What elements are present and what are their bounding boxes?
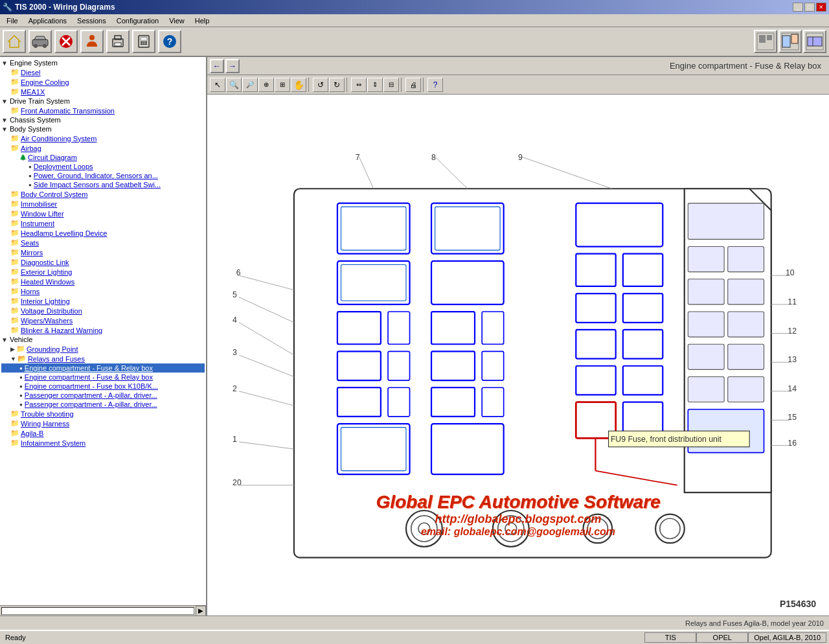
tree-item[interactable]: 📁Body Control System xyxy=(1,189,205,199)
toolbar-home-icon[interactable] xyxy=(3,30,26,53)
tree-item[interactable]: 📁Window Lifter xyxy=(1,209,205,218)
tree-item[interactable]: 📁Exterior Lighting xyxy=(1,267,205,277)
tree-item[interactable]: 📁Voltage Distribution xyxy=(1,306,205,316)
window-title: 🔧 TIS 2000 - Wiring Diagrams xyxy=(3,3,115,12)
tree-item[interactable]: ▼📂Relays and Fuses xyxy=(1,354,205,363)
nav-forward-button[interactable]: → xyxy=(225,59,240,73)
tree-item[interactable]: ▼Drive Train System xyxy=(1,97,205,106)
tree-item[interactable]: 📁Trouble shooting xyxy=(1,409,205,419)
status-tis: TIS xyxy=(644,632,696,643)
tree-item[interactable]: 📁Front Automatic Transmission xyxy=(1,106,205,115)
tree-item[interactable]: 📁Immobiliser xyxy=(1,199,205,209)
tool-pan[interactable]: ✋ xyxy=(291,78,306,92)
tool-zoom-out-rect[interactable]: 🔎 xyxy=(242,78,258,92)
tree-item[interactable]: 🌲Circuit Diagram xyxy=(1,153,205,162)
close-button[interactable]: ✕ xyxy=(816,3,826,12)
tree-item[interactable]: 📁Headlamp Levelling Device xyxy=(1,228,205,238)
toolbar-help-icon[interactable]: ? xyxy=(158,30,181,53)
tree-item[interactable]: 📁Infotainment System xyxy=(1,438,205,448)
tree-item[interactable]: ▼Vehicle xyxy=(1,335,205,344)
tree-item[interactable]: 📁Agila-B xyxy=(1,428,205,438)
tree-item[interactable]: ●Passenger compartment - A-pillar, drive… xyxy=(1,400,205,409)
svg-text:4: 4 xyxy=(233,316,237,325)
tree-item[interactable]: 📁MEA1X xyxy=(1,87,205,97)
toolbar-person-icon[interactable] xyxy=(80,30,104,53)
toolbar-calc-icon[interactable] xyxy=(132,30,155,53)
diagram-area[interactable]: 6 5 4 3 2 1 20 7 8 9 10 11 12 13 14 15 1… xyxy=(207,95,829,615)
svg-line-108 xyxy=(239,323,294,355)
tree-item[interactable]: ▼Body System xyxy=(1,124,205,133)
tree-item[interactable]: ●Deployment Loops xyxy=(1,162,205,171)
menu-file[interactable]: File xyxy=(3,16,22,26)
svg-rect-86 xyxy=(728,247,764,272)
tree-item[interactable]: 📁Mirrors xyxy=(1,247,205,257)
tree-item[interactable]: 📁Instrument xyxy=(1,218,205,228)
toolbar-right-btn1[interactable] xyxy=(754,30,777,53)
maximize-button[interactable]: □ xyxy=(804,3,815,12)
tree-item[interactable]: 📁Seats xyxy=(1,238,205,247)
toolbar-car-icon[interactable] xyxy=(28,30,52,53)
tree-item[interactable]: 📁Heated Windows xyxy=(1,277,205,286)
toolbar-left: ? xyxy=(3,30,181,53)
svg-text:16: 16 xyxy=(788,439,797,448)
nav-back-button[interactable]: ← xyxy=(210,59,224,73)
tool-help2[interactable]: ? xyxy=(427,78,443,92)
tree-item[interactable]: 📁Blinker & Hazard Warning xyxy=(1,325,205,335)
menu-applications[interactable]: Applications xyxy=(25,16,71,26)
menu-help[interactable]: Help xyxy=(191,16,214,26)
menu-sessions[interactable]: Sessions xyxy=(73,16,110,26)
diagram-top-bar: ← → Engine compartment - Fuse & Relay bo… xyxy=(207,57,829,75)
svg-rect-51 xyxy=(337,261,410,305)
info-bar: Relays and Fuses Agila-B, model year 201… xyxy=(0,615,829,630)
tree-item[interactable]: ●Passenger compartment - A-pillar, drive… xyxy=(1,391,205,400)
tree-item[interactable]: 📁Wiring Harness xyxy=(1,419,205,428)
tree-item[interactable]: 📁Wipers/Washers xyxy=(1,316,205,325)
scroll-right-btn[interactable]: ▶ xyxy=(196,606,206,616)
tree-item[interactable]: 📁Interior Lighting xyxy=(1,296,205,306)
tree-item[interactable]: ●Engine compartment - Fuse box K10B/K... xyxy=(1,382,205,391)
tree-item[interactable]: 📁Engine Cooling xyxy=(1,77,205,87)
tree-item[interactable]: ●Engine compartment - Fuse & Relay box xyxy=(1,373,205,382)
tree-item[interactable]: ▼Engine System xyxy=(1,58,205,67)
toolbar-stop-icon[interactable] xyxy=(54,30,78,53)
tree-item[interactable]: ●Engine compartment - Fuse & Relay box xyxy=(1,363,205,373)
tree-item[interactable]: 📁Air Conditioning System xyxy=(1,133,205,143)
tool-zoom-custom[interactable]: ⊟ xyxy=(383,78,399,92)
svg-point-8 xyxy=(89,35,95,40)
svg-rect-87 xyxy=(688,279,724,305)
svg-rect-90 xyxy=(728,312,764,337)
svg-rect-76 xyxy=(576,330,615,359)
tool-fit-width[interactable]: ⇔ xyxy=(351,78,367,92)
svg-rect-92 xyxy=(728,344,764,369)
svg-text:2: 2 xyxy=(233,384,237,393)
tree-container[interactable]: ▼Engine System📁Diesel📁Engine Cooling📁MEA… xyxy=(0,57,206,605)
tree-item[interactable]: ●Power, Ground, Indicator, Sensors an... xyxy=(1,171,205,180)
tree-item[interactable]: 📁Diagnostic Link xyxy=(1,257,205,267)
tree-item[interactable]: ▼Chassis System xyxy=(1,115,205,124)
menu-configuration[interactable]: Configuration xyxy=(113,16,163,26)
toolbar-print-icon[interactable] xyxy=(106,30,130,53)
tree-item[interactable]: ●Side Impact Sensors and Seatbelt Swi... xyxy=(1,180,205,189)
tool-zoom-in-rect[interactable]: 🔍 xyxy=(226,78,242,92)
status-opel: OPEL xyxy=(696,632,748,643)
tree-item[interactable]: ▶📁Grounding Point xyxy=(1,344,205,354)
svg-rect-55 xyxy=(337,351,381,380)
svg-rect-14 xyxy=(141,41,142,43)
minimize-button[interactable]: _ xyxy=(793,3,803,12)
toolbar-right-btn2[interactable] xyxy=(778,30,802,53)
tool-zoom-fit[interactable]: ⊕ xyxy=(258,78,274,92)
tool-zoom-region[interactable]: ⊞ xyxy=(275,78,290,92)
svg-rect-11 xyxy=(115,43,121,46)
tool-rotate-cw[interactable]: ↻ xyxy=(329,78,345,92)
status-ready: Ready xyxy=(3,634,644,641)
tree-item[interactable]: 📁Airbag xyxy=(1,143,205,153)
tool-cursor[interactable]: ↖ xyxy=(210,78,225,92)
tool-rotate-ccw[interactable]: ↺ xyxy=(313,78,328,92)
svg-line-114 xyxy=(435,157,468,189)
tool-fit-height[interactable]: ⇕ xyxy=(367,78,383,92)
tree-item[interactable]: 📁Diesel xyxy=(1,67,205,77)
menu-view[interactable]: View xyxy=(165,16,188,26)
tool-print2[interactable]: 🖨 xyxy=(405,78,421,92)
tree-item[interactable]: 📁Horns xyxy=(1,286,205,296)
toolbar-right-btn3[interactable] xyxy=(803,30,826,53)
